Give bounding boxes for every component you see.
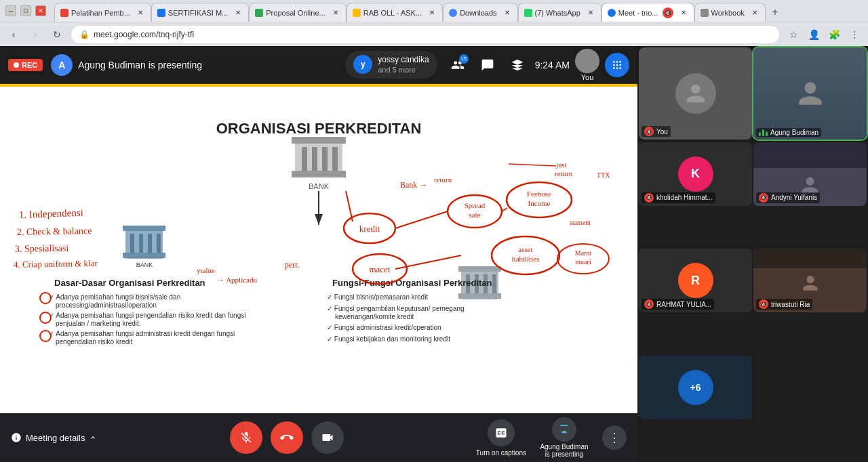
google-apps-button[interactable] [605,53,629,77]
participant-tile-triwastuti[interactable]: 🔇 triwastuti Ria [753,249,867,312]
participant-tile-andyni[interactable]: 🔇 Andyni Yulfanis [753,142,867,206]
tabs-bar: Pelatihan Pemb... ✕ SERTIFIKASI M... ✕ P… [54,0,863,22]
caption-button[interactable]: Turn on captions [476,419,526,457]
svg-text:processing/administrasi/operat: processing/administrasi/operation [56,301,157,309]
presenter-info: A Agung Budiman is presenting [51,54,202,76]
svg-text:4. Criap uniform & klar: 4. Criap uniform & klar [14,258,98,270]
new-tab-button[interactable]: + [766,3,785,22]
participant-tile-extra[interactable]: +6 [639,356,752,419]
profile-button[interactable]: 👤 [806,26,822,43]
svg-point-5 [619,64,621,66]
svg-point-2 [619,61,621,63]
you-label-top: You [581,73,594,81]
rahmat-name-tag: 🔇 RAHMAT YULIA... [642,299,714,310]
participant-tile-agung[interactable]: Agung Budiman [753,47,867,140]
captions-icon [488,419,515,446]
forward-button[interactable]: › [27,26,43,43]
close-btn[interactable]: ✕ [35,5,46,16]
tab-meet[interactable]: Meet - tno... 🔇 ✕ [601,3,694,22]
presenting-info[interactable]: Agung Budiman is presenting [537,417,591,458]
andyni-name-tag: 🔇 Andyni Yulfanis [756,192,820,203]
back-button[interactable]: ‹ [5,26,22,43]
camera-button[interactable] [311,421,344,454]
svg-text:Dasar-Dasar Organisasi Perkred: Dasar-Dasar Organisasi Perkreditan [54,278,205,288]
svg-text:→ Applicado: → Applicado [217,276,257,284]
participant-tile-kholidah[interactable]: K 🔇 kholidah Himmat... [639,142,752,206]
svg-point-4 [616,64,618,66]
svg-text:BANK: BANK [136,261,153,268]
presenter-avatar: A [51,54,73,76]
minimize-btn[interactable]: ─ [5,5,16,16]
svg-text:BANK: BANK [309,182,330,190]
svg-text:perr.: perr. [285,260,300,270]
meet-bottom: Meeting details Turn o [0,413,637,462]
mute-button[interactable] [230,421,262,454]
hangup-button[interactable] [271,421,303,454]
address-actions: ☆ 👤 🧩 ⋮ [785,26,863,43]
svg-rect-25 [148,234,152,253]
people-button[interactable]: 15 [446,53,470,77]
more-options-button[interactable]: ⋮ [602,425,627,450]
participant-tile-you[interactable]: 🔇 You [639,47,752,140]
window-controls[interactable]: ─ □ ✕ [5,5,46,16]
svg-point-7 [616,67,618,69]
participant-pill-text: yossy candika and 5 more [378,55,429,75]
svg-text:Feebose: Feebose [527,190,551,198]
meet-container: REC A Agung Budiman is presenting y yoss… [0,46,868,462]
participant-pill[interactable]: y yossy candika and 5 more [345,51,437,79]
chevron-up-icon [89,434,97,442]
user-avatar-topbar[interactable] [575,49,599,73]
participant-tile-rahmat[interactable]: R 🔇 RAHMAT YULIA... [639,249,752,312]
caption-label: Turn on captions [476,449,526,457]
meeting-details[interactable]: Meeting details [11,432,97,443]
browser-titlebar: ─ □ ✕ Pelatihan Pemb... ✕ SERTIFIKASI M.… [0,0,868,22]
menu-button[interactable]: ⋮ [846,26,863,43]
extension-button[interactable]: 🧩 [826,26,842,43]
andyni-muted-icon: 🔇 [759,193,768,203]
svg-rect-26 [157,234,161,253]
tab-sertifikasi[interactable]: SERTIFIKASI M... ✕ [151,3,249,22]
tab-downloads[interactable]: Downloads ✕ [443,3,517,22]
svg-point-1 [616,61,618,63]
chat-button[interactable] [475,53,500,77]
tab-workbook[interactable]: Workbook ✕ [694,3,766,22]
kholidah-avatar: K [678,156,713,192]
presenter-name: Agung Budiman is presenting [78,60,202,70]
svg-text:sale: sale [469,211,480,219]
activities-button[interactable] [505,53,530,77]
svg-rect-14 [312,147,317,171]
bookmark-button[interactable]: ☆ [785,26,802,43]
tab-gmail[interactable]: Pelatihan Pemb... ✕ [54,3,151,22]
svg-text:stament: stament [570,219,591,226]
svg-rect-15 [322,147,328,171]
svg-text:pengendalian risiko kredit: pengendalian risiko kredit [56,338,133,345]
svg-text:return: return [555,169,573,177]
svg-text:Marni: Marni [575,249,592,257]
svg-rect-17 [292,171,346,177]
bottom-controls [230,421,344,454]
right-sidebar: 🔇 You [637,46,868,462]
participant-count-badge: 15 [459,54,469,64]
tab-whatsapp[interactable]: (7) WhatsApp ✕ [518,3,601,22]
triwastuti-muted-icon: 🔇 [759,299,768,309]
slide-content: ORGANISASI PERKREDITAN BANK [0,84,637,413]
andyni-name-label: Andyni Yulfanis [771,194,817,201]
maximize-btn[interactable]: □ [20,5,31,16]
secure-icon: 🔒 [79,30,90,39]
kholidah-name-label: kholidah Himmat... [656,194,713,201]
svg-text:asset: asset [518,245,532,253]
svg-text:1. Independensi: 1. Independensi [19,207,83,220]
svg-rect-23 [130,234,134,253]
you-name-tag: 🔇 You [642,126,671,137]
tab-proposal[interactable]: Proposal Online... ✕ [249,3,346,22]
participant-pill-avatar: y [353,55,372,74]
participant-pill-extra: and 5 more [378,65,429,75]
reload-button[interactable]: ↻ [49,26,65,43]
svg-text:✓ Adanya pemisahan fungsi admi: ✓ Adanya pemisahan fungsi administrasi k… [49,330,235,337]
svg-text:✓ Adanya pemisahan fungsi bisn: ✓ Adanya pemisahan fungsi bisnis/sale da… [49,293,180,301]
tab-rab[interactable]: RAB OLL - ASK... ✕ [347,3,443,22]
svg-point-0 [613,61,615,63]
url-bar[interactable]: 🔒 meet.google.com/tnq-njfy-tfi [71,25,780,44]
info-icon [11,432,22,443]
svg-rect-13 [302,147,307,171]
